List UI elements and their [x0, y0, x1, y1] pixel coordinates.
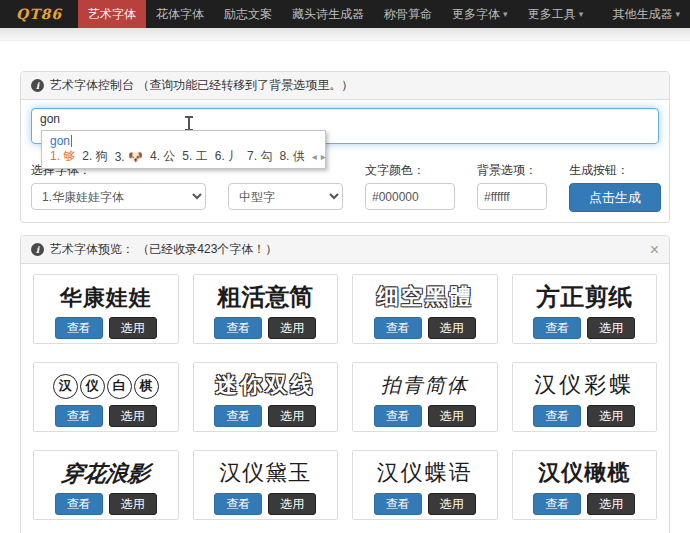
generate-button[interactable]: 点击生成 — [569, 183, 661, 212]
nav-item-label: 花体字体 — [156, 6, 204, 23]
view-button[interactable]: 查看 — [533, 405, 581, 427]
font-card: 粗活意简 查看 选用 — [193, 274, 339, 344]
nav-item-label: 称骨算命 — [384, 6, 432, 23]
view-button[interactable]: 查看 — [55, 493, 103, 515]
view-button[interactable]: 查看 — [374, 493, 422, 515]
use-button[interactable]: 选用 — [428, 317, 476, 339]
font-card: 华康娃娃 查看 选用 — [33, 274, 179, 344]
background-color-input[interactable] — [477, 183, 547, 210]
nav-item-acrostic-poem[interactable]: 藏头诗生成器 — [282, 0, 374, 28]
main-content: i 艺术字体控制台 （查询功能已经转移到了背景选项里。） gon 1. 够 2.… — [0, 71, 690, 533]
ime-candidate[interactable]: 5. 工 — [182, 148, 207, 165]
console-panel: i 艺术字体控制台 （查询功能已经转移到了背景选项里。） gon 1. 够 2.… — [20, 71, 670, 223]
ime-candidates-row: 1. 够 2. 狗 3. 🐶 4. 公 5. 工 6. 丿 7. 勾 8. 供 … — [50, 148, 317, 165]
view-button[interactable]: 查看 — [214, 493, 262, 515]
ime-prev-page-button[interactable]: ◂ — [312, 151, 317, 162]
nav-item-fortune-telling[interactable]: 称骨算命 — [374, 0, 442, 28]
site-logo[interactable]: QT86 — [0, 0, 78, 28]
nav-item-quotes[interactable]: 励志文案 — [214, 0, 282, 28]
font-preview-name: 汉仪黛玉 — [198, 457, 334, 489]
font-preview-name: 穿花浪影 — [36, 457, 175, 489]
nav-item-art-font[interactable]: 艺术字体 — [78, 0, 146, 28]
ime-candidate[interactable]: 4. 公 — [150, 148, 175, 165]
console-panel-title: 艺术字体控制台 （查询功能已经转移到了背景选项里。） — [50, 77, 353, 94]
text-color-input[interactable] — [365, 183, 455, 210]
info-icon: i — [31, 243, 44, 256]
view-button[interactable]: 查看 — [374, 317, 422, 339]
view-button[interactable]: 查看 — [214, 405, 262, 427]
font-card: 方正剪纸 查看 选用 — [512, 274, 658, 344]
generate-button-label: 生成按钮： — [569, 162, 661, 178]
use-button[interactable]: 选用 — [109, 405, 157, 427]
text-color-group: 文字颜色： — [365, 162, 455, 212]
ime-candidate[interactable]: 3. 🐶 — [115, 150, 143, 164]
nav-item-label: 藏头诗生成器 — [292, 6, 364, 23]
ime-caret — [71, 135, 72, 147]
top-navbar: QT86 艺术字体 花体字体 励志文案 藏头诗生成器 称骨算命 更多字体 ▾ 更… — [0, 0, 690, 28]
ime-candidate[interactable]: 6. 丿 — [215, 148, 240, 165]
nav-item-label: 更多字体 — [452, 6, 500, 23]
use-button[interactable]: 选用 — [428, 493, 476, 515]
use-button[interactable]: 选用 — [587, 493, 635, 515]
font-select[interactable]: 1.华康娃娃字体 — [31, 183, 206, 210]
use-button[interactable]: 选用 — [587, 317, 635, 339]
use-button[interactable]: 选用 — [109, 317, 157, 339]
caret-down-icon: ▾ — [579, 9, 584, 19]
font-preview-name: 汉仪橄榄 — [517, 457, 653, 489]
info-icon: i — [31, 79, 44, 92]
use-button[interactable]: 选用 — [268, 493, 316, 515]
view-button[interactable]: 查看 — [374, 405, 422, 427]
text-input-wrapper: gon 1. 够 2. 狗 3. 🐶 4. 公 5. 工 6. 丿 7. 勾 8… — [31, 108, 659, 144]
nav-item-label: 励志文案 — [224, 6, 272, 23]
nav-item-label: 更多工具 — [528, 6, 576, 23]
ime-candidate[interactable]: 8. 供 — [279, 148, 304, 165]
nav-item-label: 艺术字体 — [88, 6, 136, 23]
ime-pager: ◂ ▸ — [312, 151, 326, 162]
text-color-label: 文字颜色： — [365, 162, 455, 178]
nav-item-more-tools[interactable]: 更多工具 ▾ — [518, 0, 594, 28]
view-button[interactable]: 查看 — [55, 405, 103, 427]
font-select-group: 选择字体： 1.华康娃娃字体 — [31, 162, 206, 212]
use-button[interactable]: 选用 — [109, 493, 157, 515]
page-header-strip — [0, 28, 690, 41]
view-button[interactable]: 查看 — [533, 493, 581, 515]
use-button[interactable]: 选用 — [268, 405, 316, 427]
use-button[interactable]: 选用 — [428, 405, 476, 427]
font-preview-name: 方正剪纸 — [517, 281, 653, 313]
ime-next-page-button[interactable]: ▸ — [321, 151, 326, 162]
ime-candidate[interactable]: 1. 够 — [50, 148, 75, 165]
nav-item-other-generators[interactable]: 其他生成器 ▾ — [602, 0, 690, 28]
size-select[interactable]: 中型字 — [228, 183, 343, 210]
use-button[interactable]: 选用 — [587, 405, 635, 427]
font-preview-name: 汉仪蝶语 — [357, 457, 493, 489]
close-button[interactable]: × — [650, 242, 659, 258]
view-button[interactable]: 查看 — [55, 317, 103, 339]
font-grid: 华康娃娃 查看 选用 粗活意简 查看 选用 细空黑體 查看 选用 — [21, 264, 669, 533]
console-panel-body: gon 1. 够 2. 狗 3. 🐶 4. 公 5. 工 6. 丿 7. 勾 8… — [21, 100, 669, 222]
generate-group: 生成按钮： 点击生成 — [569, 162, 661, 212]
font-card: 穿花浪影 查看 选用 — [33, 450, 179, 520]
text-cursor-icon — [188, 116, 190, 131]
size-select-group: 中型字 — [228, 162, 343, 212]
ime-candidate[interactable]: 7. 勾 — [247, 148, 272, 165]
font-preview-name: 细空黑體 — [357, 281, 493, 313]
background-option-group: 背景选项： — [477, 162, 547, 212]
generator-form: 选择字体： 1.华康娃娃字体 中型字 文字颜色： 背景选项： — [31, 162, 659, 212]
use-button[interactable]: 选用 — [268, 317, 316, 339]
background-option-label: 背景选项： — [477, 162, 547, 178]
preview-panel-title: 艺术字体预览： （已经收录423个字体！） — [50, 241, 277, 258]
font-preview-name: 汉仪白棋 — [38, 369, 174, 401]
view-button[interactable]: 查看 — [533, 317, 581, 339]
font-card: 拍青简体 查看 选用 — [352, 362, 498, 432]
preview-panel: i 艺术字体预览： （已经收录423个字体！） × 华康娃娃 查看 选用 粗活意… — [20, 235, 670, 533]
font-card: 细空黑體 查看 选用 — [352, 274, 498, 344]
font-card: 汉仪白棋 查看 选用 — [33, 362, 179, 432]
ime-popup: gon 1. 够 2. 狗 3. 🐶 4. 公 5. 工 6. 丿 7. 勾 8… — [41, 130, 326, 169]
ime-candidate[interactable]: 2. 狗 — [82, 148, 107, 165]
font-card: 汉仪橄榄 查看 选用 — [512, 450, 658, 520]
ime-composition-row: gon — [50, 133, 317, 148]
view-button[interactable]: 查看 — [214, 317, 262, 339]
nav-item-more-fonts[interactable]: 更多字体 ▾ — [442, 0, 518, 28]
nav-item-flower-font[interactable]: 花体字体 — [146, 0, 214, 28]
caret-down-icon: ▾ — [675, 9, 680, 19]
